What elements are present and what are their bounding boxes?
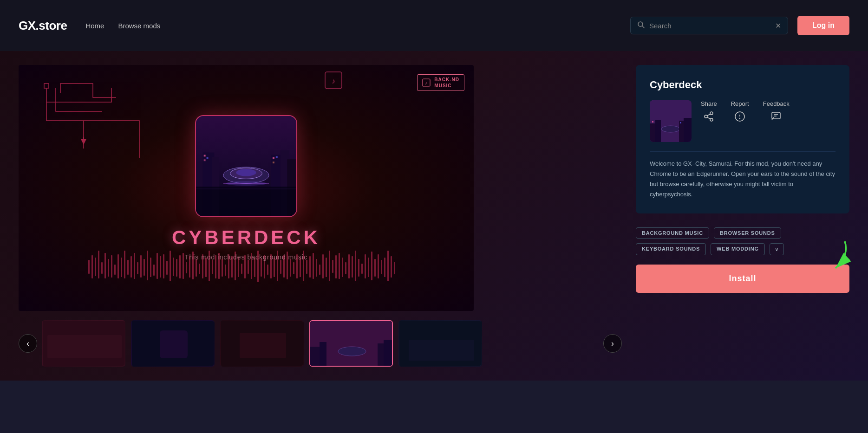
svg-rect-64 <box>280 260 281 274</box>
svg-rect-28 <box>163 254 164 278</box>
svg-rect-89 <box>361 264 363 274</box>
header: GX.store Home Browse mods ✕ Log in <box>0 0 868 51</box>
install-btn-wrap: Install <box>636 265 849 293</box>
svg-rect-112 <box>207 157 209 159</box>
svg-line-150 <box>707 114 711 116</box>
thumbnail-4[interactable] <box>309 320 393 367</box>
nav-home[interactable]: Home <box>85 22 104 30</box>
svg-rect-85 <box>348 254 350 278</box>
prev-thumb-button[interactable]: ‹ <box>19 334 37 353</box>
login-button[interactable]: Log in <box>797 16 849 35</box>
svg-point-147 <box>705 115 707 118</box>
svg-point-141 <box>661 126 680 132</box>
svg-rect-127 <box>160 330 188 358</box>
svg-rect-67 <box>290 259 291 277</box>
svg-rect-13 <box>114 265 116 275</box>
svg-rect-16 <box>124 251 125 278</box>
svg-rect-54 <box>248 260 249 274</box>
svg-rect-60 <box>267 265 268 275</box>
svg-rect-113 <box>204 159 206 161</box>
svg-rect-19 <box>134 253 135 279</box>
green-arrow-annotation <box>808 237 854 274</box>
svg-rect-4 <box>44 84 49 88</box>
svg-point-146 <box>710 112 713 115</box>
svg-rect-144 <box>652 121 653 123</box>
svg-rect-29 <box>166 261 168 275</box>
search-bar[interactable]: ✕ <box>630 17 788 34</box>
thumbnail-2[interactable] <box>131 320 215 367</box>
svg-rect-33 <box>179 255 181 278</box>
svg-rect-8 <box>98 251 99 278</box>
svg-rect-6 <box>91 255 93 278</box>
svg-rect-98 <box>391 256 392 278</box>
share-icon <box>703 111 714 125</box>
mod-actions: Share Report <box>701 100 790 125</box>
tag-more-button[interactable]: ∨ <box>770 243 784 255</box>
svg-rect-137 <box>409 340 474 361</box>
nav-browse-mods[interactable]: Browse mods <box>118 22 160 30</box>
tag-browser-sounds[interactable]: BROWSER SOUNDS <box>714 227 781 239</box>
thumbnail-1[interactable] <box>42 320 125 367</box>
svg-rect-46 <box>222 259 223 277</box>
hero-image: ♪ ♪ BACK-NDMUSIC <box>19 65 474 311</box>
svg-line-149 <box>707 117 711 119</box>
report-icon <box>734 111 745 125</box>
search-clear-icon[interactable]: ✕ <box>775 21 781 30</box>
svg-rect-140 <box>655 120 661 142</box>
svg-rect-131 <box>310 347 320 367</box>
share-label: Share <box>701 100 717 107</box>
tag-keyboard-sounds[interactable]: KEYBOARD SOUNDS <box>636 243 706 255</box>
thumbnails-row: ‹ <box>19 320 622 367</box>
svg-rect-145 <box>680 122 681 123</box>
svg-rect-30 <box>170 251 171 281</box>
thumbnail-3[interactable] <box>220 320 304 367</box>
svg-text:♪: ♪ <box>332 77 335 85</box>
report-action[interactable]: Report <box>731 100 749 125</box>
svg-line-1 <box>642 26 644 28</box>
mod-card: Cyberdeck <box>636 65 849 213</box>
svg-point-119 <box>236 169 256 176</box>
svg-rect-72 <box>306 260 307 274</box>
tag-background-music[interactable]: BACKGROUND MUSIC <box>636 227 709 239</box>
svg-rect-10 <box>104 253 106 278</box>
svg-rect-76 <box>319 265 320 275</box>
mod-meta: Share Report <box>650 100 835 142</box>
svg-rect-58 <box>261 259 262 277</box>
hero-section: ♪ ♪ BACK-NDMUSIC <box>19 65 622 367</box>
svg-rect-84 <box>345 262 346 274</box>
svg-point-148 <box>710 118 713 121</box>
hero-title: CYBERDECK <box>172 226 320 249</box>
svg-rect-24 <box>150 258 151 277</box>
svg-rect-20 <box>137 262 138 274</box>
share-action[interactable]: Share <box>701 100 717 125</box>
svg-rect-18 <box>131 256 132 278</box>
search-input[interactable] <box>649 22 770 30</box>
svg-rect-75 <box>316 259 317 277</box>
svg-rect-81 <box>335 255 337 278</box>
svg-rect-125 <box>47 335 122 358</box>
next-thumb-button[interactable]: › <box>603 334 622 353</box>
svg-rect-52 <box>241 264 242 274</box>
thumbnail-5[interactable] <box>398 320 482 367</box>
svg-rect-88 <box>358 259 359 277</box>
svg-rect-21 <box>140 255 142 278</box>
tag-web-modding[interactable]: WEB MODDING <box>711 243 765 255</box>
svg-rect-47 <box>225 265 226 276</box>
svg-rect-23 <box>147 251 148 280</box>
search-icon <box>637 21 645 30</box>
svg-rect-143 <box>684 118 692 142</box>
back-nd-label: ♪ BACK-NDMUSIC <box>417 74 464 91</box>
svg-rect-94 <box>378 254 379 278</box>
mod-description: Welcome to GX–City, Samurai. For this mo… <box>650 159 835 200</box>
svg-rect-73 <box>309 256 311 278</box>
logo[interactable]: GX.store <box>19 19 67 33</box>
svg-text:♪: ♪ <box>425 80 428 85</box>
svg-rect-9 <box>101 262 103 274</box>
feedback-action[interactable]: Feedback <box>763 100 790 125</box>
svg-point-153 <box>740 118 740 119</box>
svg-rect-86 <box>352 256 353 278</box>
mod-divider <box>650 151 835 152</box>
svg-rect-135 <box>384 340 393 367</box>
header-left: GX.store Home Browse mods <box>19 19 160 33</box>
report-label: Report <box>731 100 749 107</box>
